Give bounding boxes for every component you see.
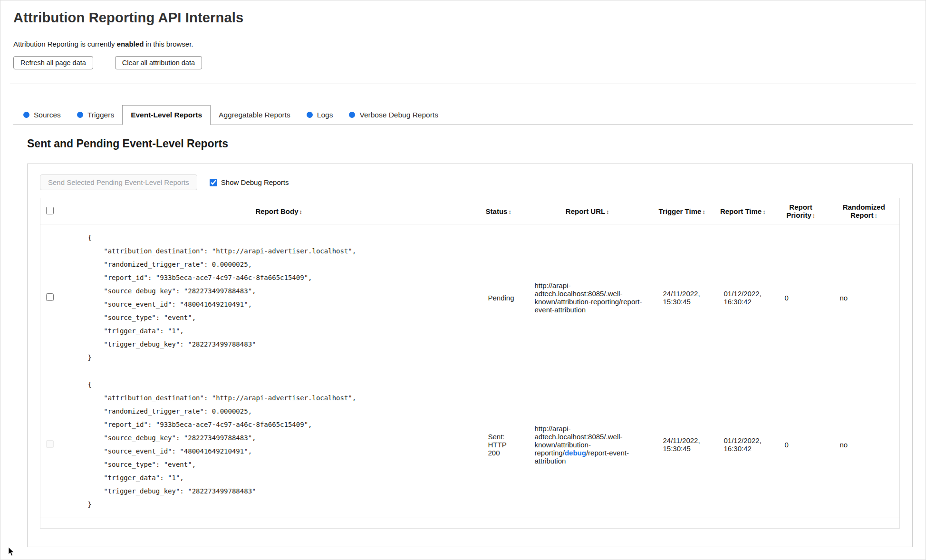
tab-verbose-debug-reports[interactable]: Verbose Debug Reports — [341, 105, 446, 125]
report-body-json: { "attribution_destination": "http://ara… — [88, 378, 464, 511]
header-divider — [10, 84, 916, 84]
col-header-trigger-time[interactable]: Trigger Time↕ — [652, 198, 713, 224]
row-checkbox-cell — [40, 371, 84, 518]
col-header-label: Report URL — [566, 207, 605, 215]
report-row-sent: { "attribution_destination": "http://ara… — [40, 371, 900, 518]
col-header-label: Randomized Report — [843, 203, 885, 219]
triggers-data-dot-icon — [77, 112, 83, 118]
mouse-cursor-icon — [8, 547, 15, 557]
refresh-all-button[interactable]: Refresh all page data — [13, 56, 93, 69]
report-body-cell: { "attribution_destination": "http://ara… — [84, 224, 474, 371]
report-url: http://arapi-adtech.localhost:8085/.well… — [523, 224, 652, 371]
sort-icon: ↕ — [874, 212, 877, 219]
status-suffix: in this browser. — [144, 40, 193, 48]
table-header-row: Report Body↕ Status↕ Report URL↕ Trigger… — [40, 198, 900, 224]
col-header-report-priority[interactable]: Report Priority↕ — [773, 198, 829, 224]
header-buttons: Refresh all page data Clear all attribut… — [13, 56, 913, 69]
col-header-label: Report Body — [256, 207, 299, 215]
col-header-label: Report Priority — [786, 203, 812, 219]
col-header-status[interactable]: Status↕ — [474, 198, 523, 224]
report-body-json: { "attribution_destination": "http://ara… — [88, 231, 464, 364]
sort-icon: ↕ — [762, 209, 765, 215]
page-title: Attribution Reporting API Internals — [13, 10, 913, 26]
verbose-debug-data-dot-icon — [349, 112, 355, 118]
sources-data-dot-icon — [23, 112, 29, 118]
show-debug-toggle[interactable]: Show Debug Reports — [210, 178, 289, 186]
sort-icon: ↕ — [702, 209, 705, 215]
col-header-label: Status — [486, 207, 508, 215]
select-all-header — [40, 198, 84, 224]
col-header-randomized-report[interactable]: Randomized Report↕ — [829, 198, 900, 224]
sort-icon: ↕ — [508, 209, 511, 215]
select-all-checkbox[interactable] — [46, 207, 54, 214]
report-priority: 0 — [773, 224, 829, 371]
sort-icon: ↕ — [299, 209, 302, 215]
status-text: Attribution Reporting is currently enabl… — [13, 40, 913, 48]
tab-triggers[interactable]: Triggers — [69, 105, 122, 125]
tab-sources[interactable]: Sources — [15, 105, 69, 125]
reports-table: Report Body↕ Status↕ Report URL↕ Trigger… — [40, 198, 900, 529]
tab-label: Aggregatable Reports — [219, 111, 290, 119]
report-priority: 0 — [773, 371, 829, 518]
status-emphasis: enabled — [117, 40, 144, 48]
col-header-report-time[interactable]: Report Time↕ — [713, 198, 773, 224]
report-status: Pending — [474, 224, 523, 371]
tab-label: Event-Level Reports — [131, 111, 202, 119]
show-debug-checkbox[interactable] — [210, 179, 217, 186]
report-url-text: http://arapi-adtech.localhost:8085/.well… — [535, 281, 642, 314]
panel-controls: Send Selected Pending Event-Level Report… — [40, 174, 900, 190]
send-selected-reports-button: Send Selected Pending Event-Level Report… — [40, 174, 197, 190]
logs-data-dot-icon — [307, 112, 313, 118]
tab-event-level-reports[interactable]: Event-Level Reports — [122, 105, 211, 125]
page-header: Attribution Reporting API Internals Attr… — [0, 0, 926, 69]
table-footer-spacer — [40, 518, 900, 529]
col-header-report-url[interactable]: Report URL↕ — [523, 198, 652, 224]
tab-label: Triggers — [87, 111, 114, 119]
tabstrip: Sources Triggers Event-Level Reports Agg… — [13, 105, 913, 125]
col-header-label: Report Time — [720, 207, 762, 215]
sort-icon: ↕ — [606, 209, 609, 215]
report-body-cell: { "attribution_destination": "http://ara… — [84, 371, 474, 518]
row-checkbox-cell — [40, 224, 84, 371]
report-time: 01/12/2022, 16:30:42 — [713, 371, 773, 518]
report-row-pending: { "attribution_destination": "http://ara… — [40, 224, 900, 371]
attribution-internals-page: Attribution Reporting API Internals Attr… — [0, 0, 926, 560]
col-header-label: Trigger Time — [659, 207, 702, 215]
sort-icon: ↕ — [812, 212, 815, 219]
report-status: Sent: HTTP 200 — [474, 371, 523, 518]
randomized-report: no — [829, 224, 900, 371]
report-url: http://arapi-adtech.localhost:8085/.well… — [523, 371, 652, 518]
section-heading: Sent and Pending Event-Level Reports — [27, 137, 913, 150]
report-time: 01/12/2022, 16:30:42 — [713, 224, 773, 371]
tab-label: Verbose Debug Reports — [359, 111, 438, 119]
clear-all-button[interactable]: Clear all attribution data — [115, 56, 202, 69]
col-header-report-body[interactable]: Report Body↕ — [84, 198, 474, 224]
tab-logs[interactable]: Logs — [299, 105, 341, 125]
show-debug-label: Show Debug Reports — [221, 178, 289, 186]
tab-label: Logs — [317, 111, 333, 119]
debug-url-segment: debug — [565, 449, 586, 457]
tab-label: Sources — [34, 111, 61, 119]
row-checkbox-disabled — [46, 440, 54, 448]
trigger-time: 24/11/2022, 15:30:45 — [652, 371, 713, 518]
event-level-reports-panel: Sent and Pending Event-Level Reports Sen… — [0, 125, 926, 547]
tab-aggregatable-reports[interactable]: Aggregatable Reports — [211, 105, 299, 125]
randomized-report: no — [829, 371, 900, 518]
row-checkbox[interactable] — [46, 293, 54, 301]
reports-panel: Send Selected Pending Event-Level Report… — [27, 164, 913, 547]
status-prefix: Attribution Reporting is currently — [13, 40, 117, 48]
trigger-time: 24/11/2022, 15:30:45 — [652, 224, 713, 371]
